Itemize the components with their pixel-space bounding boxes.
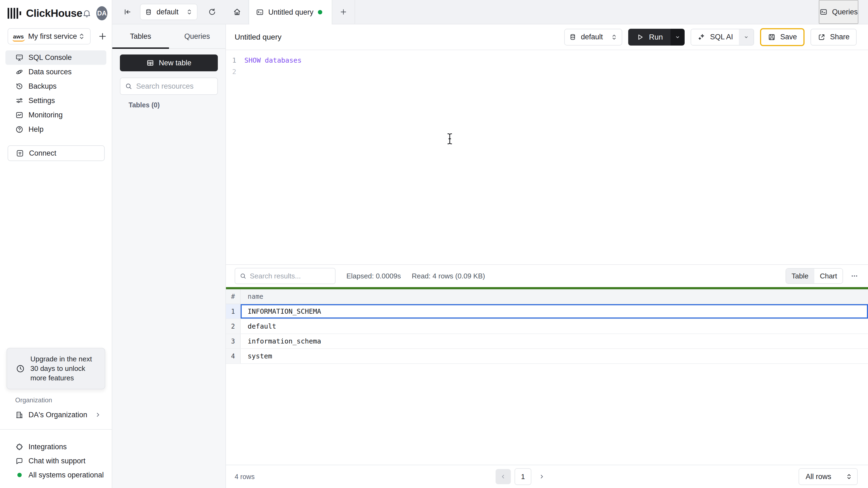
- elapsed-stat: Elapsed: 0.0009s: [346, 272, 401, 280]
- clickhouse-app: ClickHouse DA aws My first service SQL C…: [0, 0, 868, 488]
- home-icon: [233, 8, 241, 16]
- line-number: 2: [226, 68, 236, 76]
- brand-row: ClickHouse DA: [8, 5, 107, 22]
- chevron-right-icon: [538, 473, 545, 480]
- system-status-row[interactable]: All systems operational: [8, 468, 106, 482]
- add-service-button[interactable]: [98, 31, 107, 41]
- results-more-menu-icon[interactable]: [850, 272, 859, 280]
- save-button[interactable]: Save: [760, 28, 805, 46]
- table-row[interactable]: 1 INFORMATION_SCHEMA: [226, 304, 868, 319]
- chevron-down-icon: [674, 34, 681, 40]
- connect-button[interactable]: Connect: [8, 145, 105, 161]
- integrations-link[interactable]: Integrations: [8, 440, 106, 454]
- sql-ai-options-caret[interactable]: [739, 29, 753, 45]
- sidebar-item-help[interactable]: Help: [5, 122, 106, 137]
- sql-editor[interactable]: 1 SHOW databases 2: [226, 51, 868, 264]
- page-size-selector[interactable]: All rows: [799, 468, 858, 485]
- current-page[interactable]: 1: [515, 468, 531, 485]
- upgrade-notice-card[interactable]: Upgrade in the next 30 days to unlock mo…: [6, 348, 105, 389]
- play-icon: [636, 33, 644, 41]
- results-search-input[interactable]: [250, 272, 331, 280]
- sidebar-nav: SQL Console Data sources Backups Setting…: [5, 51, 106, 137]
- search-icon: [125, 83, 132, 90]
- results-table-header: # name: [226, 289, 868, 304]
- sql-ai-button-group: SQL AI: [691, 29, 754, 45]
- sidebar-item-monitoring[interactable]: Monitoring: [5, 108, 106, 122]
- query-toolbar: default Run SQL AI: [564, 28, 857, 46]
- status-green-dot: [18, 473, 22, 477]
- column-header-index[interactable]: #: [226, 289, 241, 304]
- chat-with-support-link[interactable]: Chat with support: [8, 454, 106, 468]
- text-cursor: [446, 133, 453, 145]
- queries-button[interactable]: Queries: [819, 0, 858, 24]
- new-table-button[interactable]: New table: [120, 55, 218, 71]
- sidebar-item-data-sources[interactable]: Data sources: [5, 65, 106, 79]
- table-row[interactable]: 2 default: [226, 319, 868, 334]
- sidebar: ClickHouse DA aws My first service SQL C…: [0, 0, 112, 488]
- table-row[interactable]: 3 information_schema: [226, 334, 868, 349]
- search-icon: [240, 272, 247, 280]
- organization-section-label: Organization: [15, 396, 52, 404]
- tab-queries[interactable]: Queries: [169, 24, 226, 48]
- database-icon: [145, 8, 152, 16]
- column-header-name[interactable]: name: [241, 289, 868, 304]
- page-next-button[interactable]: [535, 469, 548, 484]
- puzzle-icon: [15, 443, 24, 451]
- editor-line: 2: [226, 66, 868, 77]
- chevron-updown-icon: [186, 8, 193, 16]
- database-icon: [569, 33, 577, 41]
- clickhouse-logo: [8, 8, 21, 19]
- new-tab-button[interactable]: [332, 0, 355, 24]
- aws-provider-icon: aws: [13, 34, 24, 39]
- sidebar-item-settings[interactable]: Settings: [5, 94, 106, 108]
- home-tab-button[interactable]: [226, 0, 249, 24]
- sql-code: SHOW databases: [244, 56, 302, 64]
- save-floppy-icon: [768, 33, 776, 41]
- resource-search-input[interactable]: [136, 82, 213, 91]
- terminal-icon: [256, 8, 264, 16]
- resource-panel: Tables Queries New table Tables (0): [112, 24, 226, 488]
- sidebar-footer: Integrations Chat with support All syste…: [8, 440, 106, 482]
- sidebar-item-sql-console[interactable]: SQL Console: [5, 51, 106, 65]
- view-table-toggle[interactable]: Table: [786, 269, 814, 283]
- refresh-icon[interactable]: [208, 0, 216, 24]
- resource-search-box: [120, 77, 218, 95]
- results-footer: 4 rows 1 All rows: [226, 465, 868, 488]
- sidebar-item-backups[interactable]: Backups: [5, 79, 106, 94]
- share-button[interactable]: Share: [810, 29, 857, 45]
- run-button[interactable]: Run: [628, 29, 670, 45]
- notifications-bell-icon[interactable]: [82, 9, 91, 18]
- data-sources-icon: [15, 68, 24, 76]
- organization-row[interactable]: DA's Organization: [8, 407, 105, 422]
- collapse-panel-icon[interactable]: [123, 0, 132, 24]
- table-grid-icon: [146, 59, 154, 67]
- run-options-caret[interactable]: [671, 29, 685, 45]
- line-number: 1: [226, 56, 236, 64]
- query-header: Untitled query default Run: [226, 24, 868, 50]
- brand-name: ClickHouse: [26, 7, 82, 19]
- database-selector[interactable]: default: [140, 4, 197, 20]
- service-selector[interactable]: aws My first service: [8, 28, 91, 44]
- view-chart-toggle[interactable]: Chart: [814, 269, 842, 283]
- service-row: aws My first service: [8, 28, 107, 44]
- table-row[interactable]: 4 system: [226, 349, 868, 364]
- run-button-group: Run: [628, 29, 684, 45]
- unsaved-changes-dot: [318, 10, 322, 14]
- user-avatar[interactable]: DA: [96, 6, 107, 20]
- sidebar-divider: [0, 429, 112, 430]
- sql-console-icon: [15, 54, 24, 62]
- page-prev-button[interactable]: [496, 469, 511, 484]
- editor-database-selector[interactable]: default: [564, 29, 622, 45]
- query-title[interactable]: Untitled query: [235, 33, 282, 41]
- settings-sliders-icon: [15, 97, 24, 105]
- clock-icon: [16, 364, 25, 373]
- tab-untitled-query[interactable]: Untitled query: [249, 0, 332, 24]
- tab-tables[interactable]: Tables: [112, 24, 169, 48]
- results-success-bar: [226, 287, 868, 289]
- terminal-icon: [819, 8, 828, 16]
- chat-bubble-icon: [15, 457, 24, 465]
- top-strip: default Untitled query Queries: [112, 0, 868, 24]
- connect-icon: [16, 149, 24, 158]
- sql-ai-button[interactable]: SQL AI: [691, 29, 739, 45]
- tables-count-label: Tables (0): [129, 101, 160, 109]
